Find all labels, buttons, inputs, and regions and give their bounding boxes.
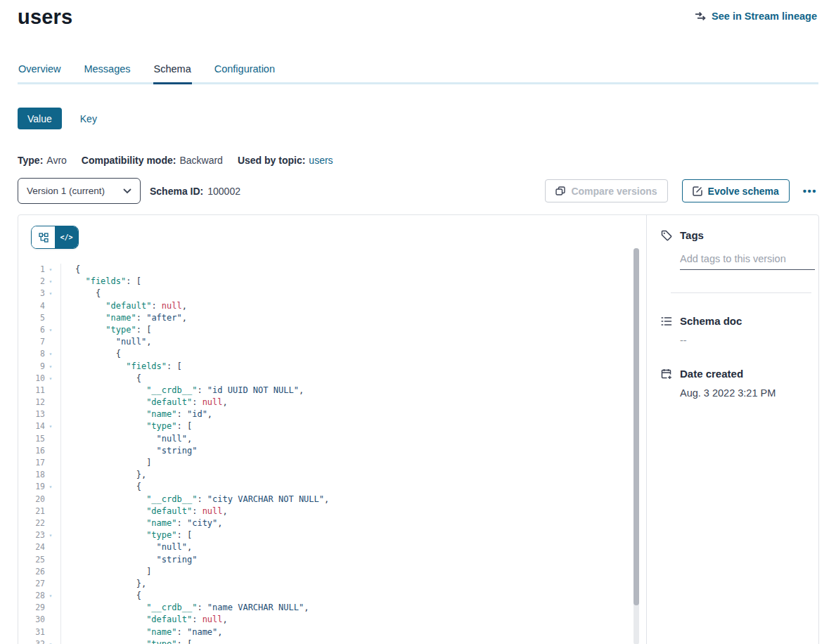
code-token: "null" [157,542,187,552]
line-number: 2 [18,276,45,288]
code-token: "__crdb__" [146,494,197,504]
compare-versions-label: Compare versions [571,186,657,197]
code-line: 26] [18,566,614,578]
code-token: "id UUID NOT NULL" [207,385,299,395]
compare-versions-button[interactable]: Compare versions [545,179,667,202]
line-number: 30 [18,614,45,626]
fold-toggle-icon[interactable]: ▾ [45,373,56,385]
fold-toggle-icon[interactable]: ▾ [45,590,56,602]
version-select[interactable]: Version 1 (current) [18,178,141,204]
tab-overview[interactable]: Overview [18,62,61,84]
code-text: { [60,481,614,493]
fold-toggle-icon[interactable]: ▾ [45,348,56,360]
line-number: 4 [18,300,45,312]
code-line: 5"name": "after", [18,312,614,324]
code-token: "name" [146,409,176,419]
fold-toggle-icon[interactable]: ▾ [45,276,56,288]
version-toolbar: Version 1 (current) Schema ID: 100002 Co… [18,178,818,204]
evolve-schema-button[interactable]: Evolve schema [682,179,790,202]
code-token: , [223,397,228,407]
code-text: { [60,373,614,385]
code-text: "type": [ [60,324,614,336]
fold-toggle-icon[interactable]: ▾ [45,288,56,300]
sidebar-divider [671,292,811,293]
code-token: : [177,409,187,419]
add-tags-input[interactable] [680,250,815,270]
schema-code-editor[interactable]: </> 1▾{2▾"fields": [3▾{4"default": null,… [18,215,646,644]
stream-lineage-icon [695,11,707,21]
code-token: : [197,603,207,612]
editor-scrollbar[interactable] [634,248,639,644]
value-toggle-button[interactable]: Value [18,108,62,129]
code-line: 6▾"type": [ [18,324,614,336]
line-number: 12 [18,397,45,408]
code-token: "name" [187,627,217,637]
tab-schema[interactable]: Schema [153,62,192,84]
see-in-stream-lineage-link[interactable]: See in Stream lineage [695,11,817,22]
scrollbar-thumb[interactable] [634,248,639,605]
fold-spacer [45,300,56,312]
code-token: : [192,614,202,624]
code-token: { [96,288,101,298]
code-token: , [304,603,309,612]
code-line: 11"__crdb__": "id UUID NOT NULL", [18,385,614,397]
code-text: { [60,590,614,602]
fold-spacer [45,469,56,481]
code-token: "fields" [85,276,126,286]
code-text: "null", [60,541,614,553]
code-text: "default": null, [60,300,614,312]
fold-toggle-icon[interactable]: ▾ [45,420,56,432]
tab-messages[interactable]: Messages [83,62,131,84]
schema-doc-value: -- [680,335,806,346]
fold-spacer [45,602,56,614]
line-number: 20 [18,494,45,505]
fold-toggle-icon[interactable]: ▾ [45,324,56,336]
fold-toggle-icon[interactable]: ▾ [45,361,56,373]
code-token: { [116,349,121,359]
code-token: "name" [105,313,136,323]
code-token: "type" [105,325,136,335]
code-view-icon: </> [60,233,72,241]
fold-toggle-icon[interactable]: ▾ [45,529,56,541]
fold-spacer [45,614,56,626]
code-view-button[interactable]: </> [55,226,78,248]
tab-configuration[interactable]: Configuration [214,62,276,84]
code-line: 22"name": "city", [18,517,614,529]
fold-toggle-icon[interactable]: ▾ [45,481,56,493]
code-token: null [202,506,223,516]
more-options-button[interactable]: ••• [802,182,818,200]
meta-type: Type: Avro [18,155,67,166]
editor-view-toggle: </> [31,226,79,249]
code-token: , [207,409,212,419]
code-token: , [217,518,222,528]
line-number: 22 [18,517,45,529]
code-text: "default": null, [60,505,614,517]
code-token: ] [146,458,151,468]
code-token: }, [136,470,146,479]
schema-doc-header: Schema doc [661,315,806,327]
fold-spacer [45,408,56,420]
line-number: 6 [18,324,45,336]
line-number: 18 [18,469,45,481]
fold-spacer [45,385,56,397]
date-created-header: Date created [661,368,806,380]
line-number: 11 [18,385,45,397]
topic-link[interactable]: users [309,155,333,166]
line-number: 26 [18,566,45,578]
code-token: "id" [187,409,207,419]
code-line: 14▾"type": [ [18,420,614,432]
fold-toggle-icon[interactable]: ▾ [45,638,56,644]
list-icon [661,316,672,326]
tree-view-button[interactable] [32,226,55,248]
key-toggle-button[interactable]: Key [80,113,97,124]
code-line: 20"__crdb__": "city VARCHAR NOT NULL", [18,494,614,505]
code-text: "string" [60,554,614,566]
value-key-toggle: Value Key [18,108,97,129]
compatibility-label: Compatibility mode: [82,155,176,166]
code-line: 1▾{ [18,264,614,276]
code-token: : [197,494,207,504]
code-text: "type": [ [60,529,614,541]
code-line: 32▾"type": [ [18,638,614,644]
fold-toggle-icon[interactable]: ▾ [45,264,56,276]
code-token: "city" [187,518,217,528]
